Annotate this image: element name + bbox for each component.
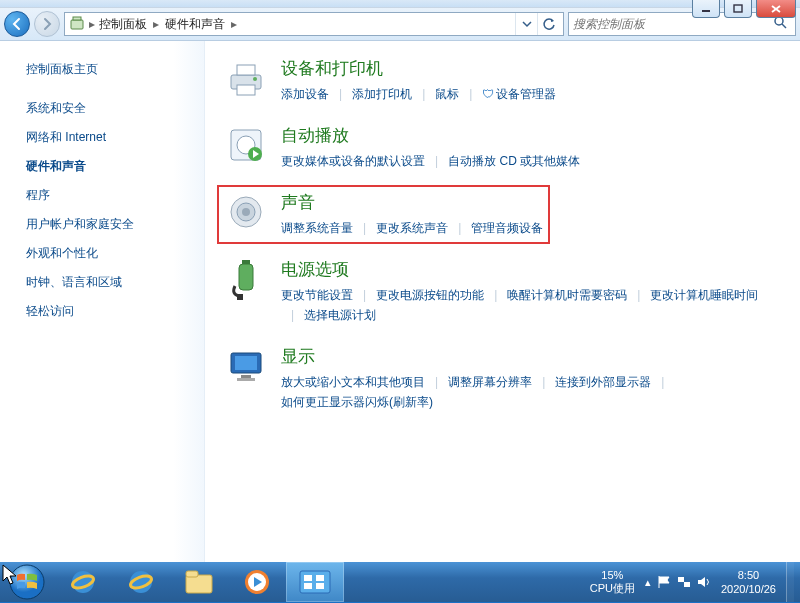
link-resolution[interactable]: 调整屏幕分辨率	[448, 372, 532, 392]
category-devices-printers: 设备和打印机 添加设备| 添加打印机| 鼠标| 🛡设备管理器	[225, 57, 780, 104]
sidebar-item-clock-region[interactable]: 时钟、语言和区域	[26, 274, 194, 291]
svg-rect-22	[235, 356, 257, 370]
tray-date: 2020/10/26	[721, 582, 776, 596]
category-links: 放大或缩小文本和其他项目| 调整屏幕分辨率| 连接到外部显示器| 如何更正显示器…	[281, 372, 780, 412]
search-input[interactable]	[573, 17, 769, 31]
svg-rect-5	[73, 17, 81, 20]
taskbar-item-ie2[interactable]	[112, 562, 170, 602]
category-sound: 声音 调整系统音量| 更改系统声音| 管理音频设备	[225, 191, 780, 238]
taskbar-item-explorer[interactable]	[170, 562, 228, 602]
sidebar-item-programs[interactable]: 程序	[26, 187, 194, 204]
category-power: 电源选项 更改节能设置| 更改电源按钮的功能| 唤醒计算机时需要密码| 更改计算…	[225, 258, 780, 325]
sidebar-item-appearance[interactable]: 外观和个性化	[26, 245, 194, 262]
tray-clock[interactable]: 8:50 2020/10/26	[721, 568, 776, 596]
tray-icons: ▴	[645, 575, 711, 589]
sidebar-item-network[interactable]: 网络和 Internet	[26, 129, 194, 146]
taskbar-item-wmp[interactable]	[228, 562, 286, 602]
cpu-percent: 15%	[590, 569, 635, 582]
breadcrumb-sep-icon: ▸	[149, 17, 163, 31]
navbar: ▸ 控制面板 ▸ 硬件和声音 ▸	[0, 7, 800, 41]
link-manage-audio[interactable]: 管理音频设备	[471, 218, 543, 238]
sidebar: 控制面板主页 系统和安全 网络和 Internet 硬件和声音 程序 用户帐户和…	[0, 41, 205, 562]
minimize-button[interactable]	[692, 0, 720, 18]
category-display: 显示 放大或缩小文本和其他项目| 调整屏幕分辨率| 连接到外部显示器| 如何更正…	[225, 345, 780, 412]
svg-rect-35	[304, 575, 312, 581]
link-text-size[interactable]: 放大或缩小文本和其他项目	[281, 372, 425, 392]
address-bar-buttons	[515, 13, 559, 35]
nav-forward-button[interactable]	[34, 11, 60, 37]
category-links: 更改节能设置| 更改电源按钮的功能| 唤醒计算机时需要密码| 更改计算机睡眠时间…	[281, 285, 780, 325]
cpu-meter[interactable]: 15% CPU使用	[590, 569, 635, 595]
link-mouse[interactable]: 鼠标	[435, 84, 459, 104]
maximize-button[interactable]	[724, 0, 752, 18]
volume-icon[interactable]	[697, 575, 711, 589]
refresh-button[interactable]	[537, 13, 559, 35]
svg-point-17	[242, 208, 250, 216]
cpu-label: CPU使用	[590, 582, 635, 595]
link-external-display[interactable]: 连接到外部显示器	[555, 372, 651, 392]
breadcrumb-item[interactable]: 硬件和声音	[165, 16, 225, 33]
taskbar: 15% CPU使用 ▴ 8:50 2020/10/26	[0, 562, 800, 602]
category-title[interactable]: 电源选项	[281, 258, 780, 281]
link-power-plan[interactable]: 选择电源计划	[304, 305, 376, 325]
content-pane: 设备和打印机 添加设备| 添加打印机| 鼠标| 🛡设备管理器 自动播放 更改媒体…	[205, 41, 800, 562]
link-change-media-defaults[interactable]: 更改媒体或设备的默认设置	[281, 151, 425, 171]
link-adjust-volume[interactable]: 调整系统音量	[281, 218, 353, 238]
control-panel-icon	[69, 16, 85, 32]
window-controls	[692, 0, 796, 18]
sidebar-item-system-security[interactable]: 系统和安全	[26, 100, 194, 117]
nav-back-button[interactable]	[4, 11, 30, 37]
category-links: 添加设备| 添加打印机| 鼠标| 🛡设备管理器	[281, 84, 780, 104]
svg-point-11	[253, 77, 257, 81]
svg-rect-1	[734, 5, 742, 12]
breadcrumb-item[interactable]: 控制面板	[99, 16, 147, 33]
breadcrumb-sep-icon: ▸	[227, 17, 241, 31]
svg-rect-40	[684, 582, 690, 587]
sidebar-item-hardware-sound[interactable]: 硬件和声音	[26, 158, 194, 175]
link-power-button[interactable]: 更改电源按钮的功能	[376, 285, 484, 305]
printer-icon	[225, 57, 267, 99]
sidebar-item-user-accounts[interactable]: 用户帐户和家庭安全	[26, 216, 194, 233]
tray-chevron-icon[interactable]: ▴	[645, 576, 651, 589]
svg-rect-9	[237, 65, 255, 75]
svg-rect-39	[678, 577, 684, 582]
link-sleep-time[interactable]: 更改计算机睡眠时间	[650, 285, 758, 305]
link-add-printer[interactable]: 添加打印机	[352, 84, 412, 104]
sidebar-item-ease-of-access[interactable]: 轻松访问	[26, 303, 194, 320]
category-title[interactable]: 显示	[281, 345, 780, 368]
link-change-sounds[interactable]: 更改系统声音	[376, 218, 448, 238]
address-dropdown-button[interactable]	[515, 13, 537, 35]
category-title[interactable]: 自动播放	[281, 124, 780, 147]
autoplay-icon	[225, 124, 267, 166]
start-button[interactable]	[0, 562, 54, 602]
link-device-manager[interactable]: 设备管理器	[496, 84, 556, 104]
close-button[interactable]	[756, 0, 796, 18]
category-title[interactable]: 声音	[281, 191, 780, 214]
network-icon[interactable]	[677, 575, 691, 589]
link-autoplay-cd[interactable]: 自动播放 CD 或其他媒体	[448, 151, 580, 171]
svg-rect-37	[304, 583, 312, 589]
sidebar-home-link[interactable]: 控制面板主页	[26, 61, 194, 78]
monitor-icon	[225, 345, 267, 387]
link-add-device[interactable]: 添加设备	[281, 84, 329, 104]
power-icon	[225, 258, 267, 300]
address-bar[interactable]: ▸ 控制面板 ▸ 硬件和声音 ▸	[64, 12, 564, 36]
svg-rect-30	[186, 575, 212, 593]
svg-point-6	[775, 17, 783, 25]
svg-rect-31	[186, 571, 198, 577]
category-title[interactable]: 设备和打印机	[281, 57, 780, 80]
show-desktop-button[interactable]	[786, 562, 794, 602]
taskbar-item-control-panel[interactable]	[286, 562, 344, 602]
link-wake-password[interactable]: 唤醒计算机时需要密码	[507, 285, 627, 305]
svg-rect-24	[237, 378, 255, 381]
link-refresh-rate[interactable]: 如何更正显示器闪烁(刷新率)	[281, 392, 433, 412]
link-power-saving[interactable]: 更改节能设置	[281, 285, 353, 305]
svg-rect-38	[316, 583, 324, 589]
category-links: 调整系统音量| 更改系统声音| 管理音频设备	[281, 218, 780, 238]
flag-icon[interactable]	[657, 575, 671, 589]
svg-rect-36	[316, 575, 324, 581]
svg-rect-34	[300, 571, 330, 593]
svg-rect-10	[237, 85, 255, 95]
taskbar-item-ie[interactable]	[54, 562, 112, 602]
breadcrumb: 控制面板 ▸ 硬件和声音 ▸	[99, 16, 241, 33]
